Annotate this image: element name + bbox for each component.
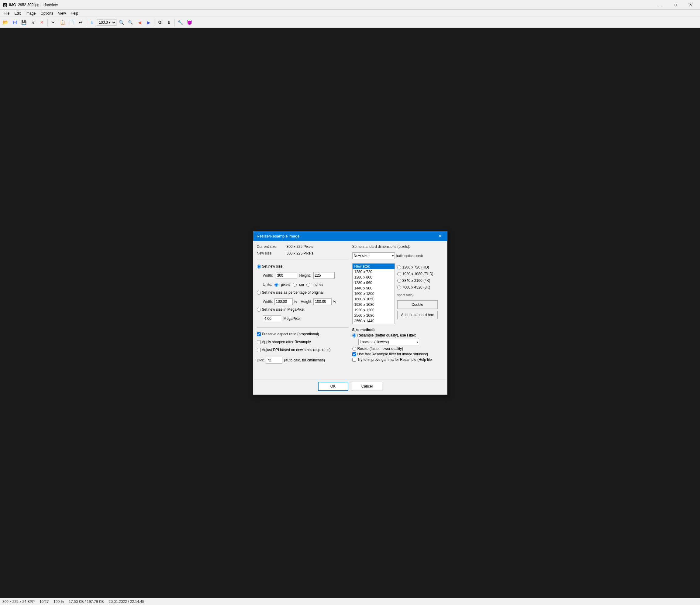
set-new-size-label[interactable]: Set new size: xyxy=(262,264,283,268)
hd-8k-radio[interactable] xyxy=(397,286,401,289)
save2-button[interactable]: ⬇ xyxy=(165,18,173,27)
list-item-2[interactable]: 1280 x 960 xyxy=(353,280,395,286)
minimize-button[interactable]: — xyxy=(653,1,667,9)
adjust-dpi-checkbox[interactable] xyxy=(257,348,261,352)
pixels-radio[interactable] xyxy=(274,283,278,287)
list-item-newsize[interactable]: New size: xyxy=(353,264,395,269)
hd-720-label[interactable]: 1280 x 720 (HD) xyxy=(402,265,429,269)
gamma-label[interactable]: Try to improve gamma for Resample (Help … xyxy=(357,358,432,362)
copy-button[interactable]: 📋 xyxy=(58,18,67,27)
fast-resample-label[interactable]: Use fast Resample filter for image shrin… xyxy=(357,352,428,356)
undo-button[interactable]: ↩ xyxy=(76,18,85,27)
cm-radio[interactable] xyxy=(293,283,297,287)
apply-sharpen-checkbox[interactable] xyxy=(257,340,261,344)
list-item-6[interactable]: 1920 x 1080 xyxy=(353,302,395,307)
std-dropdown-row: New size: ▾ (ratio option used) xyxy=(352,253,444,259)
paste-button[interactable]: 📄 xyxy=(67,18,76,27)
pct-label[interactable]: Set new size as percentage of original: xyxy=(262,290,325,295)
dialog-close-button[interactable]: ✕ xyxy=(436,232,444,240)
settings-button[interactable]: 🔧 xyxy=(176,18,184,27)
std-size-select[interactable]: New size: xyxy=(352,253,395,259)
hd-1080-radio[interactable] xyxy=(397,272,401,276)
list-item-3[interactable]: 1440 x 900 xyxy=(353,286,395,291)
pixels-label[interactable]: pixels xyxy=(281,283,290,287)
inches-label[interactable]: inches xyxy=(313,283,323,287)
zoom-select[interactable]: 100.0 ▾ xyxy=(97,19,117,26)
list-item-5[interactable]: 1680 x 1050 xyxy=(353,296,395,302)
list-item-0[interactable]: 1280 x 720 xyxy=(353,269,395,274)
apply-sharpen-label[interactable]: Apply sharpen after Resample xyxy=(262,340,311,344)
list-item-8[interactable]: 2560 x 1080 xyxy=(353,313,395,318)
menu-help[interactable]: Help xyxy=(68,10,81,16)
std-listbox[interactable]: New size: 1280 x 720 1280 x 800 1280 x 9… xyxy=(352,263,395,324)
hd-4k-label[interactable]: 3840 x 2160 (4K) xyxy=(402,279,430,283)
pct-radio[interactable] xyxy=(257,291,261,295)
toolbar: 📂 🎞 💾 🖨 ✕ ✂ 📋 📄 ↩ ℹ 100.0 ▾ 🔍 🔍 ◀ ▶ xyxy=(0,17,700,28)
hd-1080-label[interactable]: 1920 x 1080 (FHD) xyxy=(402,272,433,276)
status-zoom: 100 % xyxy=(53,600,64,604)
hd-4k-radio[interactable] xyxy=(397,279,401,283)
window-controls: — □ ✕ xyxy=(653,1,698,9)
cancel-button[interactable]: Cancel xyxy=(352,382,382,391)
megapixel-label[interactable]: Set new size in MegaPixel: xyxy=(262,307,305,312)
double-button[interactable]: Double xyxy=(397,300,438,309)
zoom-in-button[interactable]: 🔍 xyxy=(117,18,126,27)
next-button[interactable]: ▶ xyxy=(144,18,153,27)
add-standard-button[interactable]: Add to standard box xyxy=(397,311,438,319)
pct-height-input[interactable] xyxy=(314,298,332,305)
prev-button[interactable]: ◀ xyxy=(135,18,144,27)
save-icon: 💾 xyxy=(21,20,26,25)
separator-3 xyxy=(154,19,154,26)
list-item-7[interactable]: 1920 x 1200 xyxy=(353,307,395,313)
info-button[interactable]: ℹ xyxy=(88,18,96,27)
list-item-4[interactable]: 1600 x 1200 xyxy=(353,291,395,296)
preserve-aspect-checkbox[interactable] xyxy=(257,332,261,336)
delete-button[interactable]: ✕ xyxy=(38,18,46,27)
resample-label[interactable]: Resample (better quality), use Filter: xyxy=(357,333,416,337)
pct-input-row: Width: % Height: % xyxy=(263,298,349,305)
megapixel-input[interactable] xyxy=(263,315,281,322)
dpi-input[interactable] xyxy=(266,357,282,364)
gamma-checkbox[interactable] xyxy=(352,358,356,362)
hd-8k-label[interactable]: 7680 x 4320 (8K) xyxy=(402,285,430,289)
irfan-button[interactable]: 😈 xyxy=(185,18,194,27)
preserve-aspect-row: Preserve aspect ratio (proportional) xyxy=(257,332,349,336)
resize-radio[interactable] xyxy=(352,347,356,351)
list-item-10[interactable]: 2560 x 1600 xyxy=(353,324,395,324)
filmstrip-button[interactable]: 🎞 xyxy=(10,18,19,27)
menu-file[interactable]: File xyxy=(1,10,12,16)
save-button[interactable]: 💾 xyxy=(20,18,28,27)
print-button[interactable]: 🖨 xyxy=(29,18,37,27)
menu-view[interactable]: View xyxy=(56,10,68,16)
close-button[interactable]: ✕ xyxy=(683,1,698,9)
preserve-aspect-label[interactable]: Preserve aspect ratio (proportional) xyxy=(262,332,319,336)
open-button[interactable]: 📂 xyxy=(1,18,10,27)
maximize-button[interactable]: □ xyxy=(668,1,682,9)
cm-label[interactable]: cm xyxy=(299,283,304,287)
menu-edit[interactable]: Edit xyxy=(12,10,23,16)
hd-720-radio[interactable] xyxy=(397,265,401,269)
right-panel: Some standard dimensions (pixels): New s… xyxy=(352,244,444,374)
ok-button[interactable]: OK xyxy=(318,382,348,391)
copy2-button[interactable]: ⧉ xyxy=(156,18,164,27)
zoom-out-button[interactable]: 🔍 xyxy=(126,18,135,27)
inches-radio[interactable] xyxy=(306,283,310,287)
pct-sign-1: % xyxy=(294,299,297,304)
megapixel-radio[interactable] xyxy=(257,308,261,312)
adjust-dpi-label[interactable]: Adjust DPI based on new sizes (asp. rati… xyxy=(262,348,331,352)
list-item-9[interactable]: 2560 x 1440 xyxy=(353,318,395,324)
resample-radio[interactable] xyxy=(352,334,356,337)
filter-select[interactable]: Lanczos (slowest) xyxy=(358,339,419,345)
width-input[interactable] xyxy=(276,272,297,279)
menu-image[interactable]: Image xyxy=(23,10,38,16)
fast-resample-checkbox[interactable] xyxy=(352,352,356,356)
pct-width-input[interactable] xyxy=(274,298,293,305)
set-new-size-radio[interactable] xyxy=(257,265,261,268)
new-size-label: New size: xyxy=(257,251,284,256)
info-icon: ℹ xyxy=(91,20,93,25)
cut-button[interactable]: ✂ xyxy=(49,18,57,27)
height-input[interactable] xyxy=(314,272,335,279)
list-item-1[interactable]: 1280 x 800 xyxy=(353,274,395,280)
resize-label[interactable]: Resize (faster, lower quality) xyxy=(357,346,403,351)
menu-options[interactable]: Options xyxy=(38,10,55,16)
